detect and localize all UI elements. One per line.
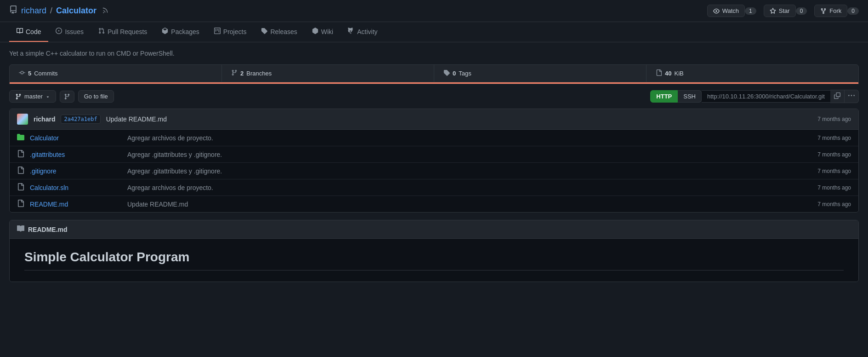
watch-count: 1 bbox=[745, 7, 756, 15]
commits-label: Commits bbox=[34, 70, 57, 77]
commit-message: Update README.md bbox=[106, 115, 812, 123]
file-time: 7 months ago bbox=[817, 168, 851, 174]
file-icon bbox=[17, 183, 24, 192]
commits-count: 5 bbox=[28, 70, 31, 77]
file-row: .gitignore Agregar .gitattributes y .git… bbox=[10, 163, 858, 179]
tags-stat[interactable]: 0 Tags bbox=[434, 65, 647, 82]
activity-icon bbox=[348, 28, 354, 35]
language-fill bbox=[10, 82, 858, 84]
file-time: 7 months ago bbox=[817, 135, 851, 141]
tags-label: Tags bbox=[459, 70, 471, 77]
size-unit: KiB bbox=[674, 70, 683, 77]
tab-wiki-label: Wiki bbox=[321, 28, 333, 35]
file-name[interactable]: Calculator.sln bbox=[30, 184, 122, 191]
top-actions: Watch 1 Star 0 Fork bbox=[707, 5, 859, 17]
commit-hash[interactable]: 2a427a1ebf bbox=[61, 115, 100, 124]
file-name[interactable]: README.md bbox=[30, 201, 122, 208]
wiki-icon bbox=[312, 28, 318, 35]
file-commit-msg: Update README.md bbox=[127, 201, 812, 208]
branch-name: master bbox=[24, 93, 43, 100]
tab-code[interactable]: Code bbox=[9, 22, 48, 42]
star-button[interactable]: Star bbox=[764, 5, 796, 17]
file-icon bbox=[17, 200, 24, 208]
tab-wiki[interactable]: Wiki bbox=[305, 22, 340, 42]
nav-tabs: Code Issues Pull Requests bbox=[0, 22, 868, 42]
tab-packages[interactable]: Packages bbox=[154, 22, 206, 42]
fork-label: Fork bbox=[829, 7, 841, 14]
tab-projects-label: Projects bbox=[223, 28, 247, 35]
file-commit-msg: Agregar .gitattributes y .gitignore. bbox=[127, 167, 812, 175]
readme-book-icon bbox=[17, 225, 24, 234]
tags-count: 0 bbox=[453, 70, 456, 77]
tab-issues-label: Issues bbox=[65, 28, 83, 35]
toolbar-left: master Go to file bbox=[9, 90, 114, 103]
file-row: README.md Update README.md 7 months ago bbox=[10, 196, 858, 212]
file-commit-msg: Agregar .gitattributes y .gitignore. bbox=[127, 151, 812, 158]
repo-description: Yet a simple C++ calculator to run on CM… bbox=[9, 50, 859, 57]
owner-link[interactable]: richard bbox=[21, 6, 46, 16]
readme-content: Simple Calculator Program bbox=[10, 239, 858, 282]
branches-label: Branches bbox=[246, 70, 272, 77]
go-to-file-button[interactable]: Go to file bbox=[78, 90, 114, 103]
readme-header: README.md bbox=[10, 220, 858, 239]
branches-stat[interactable]: 2 Branches bbox=[222, 65, 434, 82]
more-options-button[interactable] bbox=[845, 90, 859, 103]
repo-title: richard / Calculator bbox=[9, 6, 108, 16]
file-icon bbox=[17, 167, 24, 175]
file-time: 7 months ago bbox=[817, 184, 851, 191]
issues-icon bbox=[56, 28, 62, 35]
separator: / bbox=[50, 6, 52, 16]
http-button[interactable]: HTTP bbox=[650, 90, 678, 103]
file-icon bbox=[17, 150, 24, 159]
rss-icon[interactable] bbox=[102, 7, 108, 15]
file-name[interactable]: Calculator bbox=[30, 134, 122, 142]
file-row: Calculator.sln Agregar archivos de proye… bbox=[10, 179, 858, 196]
top-bar: richard / Calculator Watch 1 bbox=[0, 0, 868, 22]
tab-issues[interactable]: Issues bbox=[48, 22, 91, 42]
tab-activity[interactable]: Activity bbox=[340, 22, 385, 42]
ssh-button[interactable]: SSH bbox=[678, 90, 702, 103]
compare-button[interactable] bbox=[60, 91, 74, 103]
pr-icon bbox=[98, 28, 105, 35]
file-name[interactable]: .gitignore bbox=[30, 167, 122, 175]
file-row: .gitattributes Agregar .gitattributes y … bbox=[10, 146, 858, 163]
stats-bar: 5 Commits 2 Branches 0 Tag bbox=[9, 64, 859, 82]
commit-author-name[interactable]: richard bbox=[34, 115, 55, 123]
repo-icon bbox=[9, 6, 17, 16]
commit-time: 7 months ago bbox=[817, 116, 851, 122]
code-icon bbox=[17, 28, 23, 35]
tab-activity-label: Activity bbox=[357, 28, 377, 35]
commits-stat[interactable]: 5 Commits bbox=[10, 65, 222, 82]
watch-label: Watch bbox=[722, 7, 739, 14]
size-icon bbox=[656, 69, 662, 77]
file-time: 7 months ago bbox=[817, 151, 851, 158]
watch-button[interactable]: Watch bbox=[707, 5, 745, 17]
folder-icon bbox=[17, 133, 24, 142]
star-count: 0 bbox=[796, 7, 807, 15]
clone-url-input[interactable] bbox=[702, 90, 830, 103]
readme-filename: README.md bbox=[28, 226, 68, 233]
main-content: Yet a simple C++ calculator to run on CM… bbox=[0, 42, 868, 289]
fork-button[interactable]: Fork bbox=[814, 5, 847, 17]
latest-commit-row: richard 2a427a1ebf Update README.md 7 mo… bbox=[10, 109, 858, 130]
file-row: Calculator Agregar archivos de proyecto.… bbox=[10, 130, 858, 146]
tab-packages-label: Packages bbox=[171, 28, 199, 35]
packages-icon bbox=[162, 28, 168, 35]
tab-releases[interactable]: Releases bbox=[254, 22, 304, 42]
file-rows: Calculator Agregar archivos de proyecto.… bbox=[10, 130, 858, 212]
tab-pull-requests[interactable]: Pull Requests bbox=[91, 22, 154, 42]
file-commit-msg: Agregar archivos de proyecto. bbox=[127, 134, 812, 142]
file-name[interactable]: .gitattributes bbox=[30, 151, 122, 158]
commits-icon bbox=[19, 69, 25, 77]
file-commit-msg: Agregar archivos de proyecto. bbox=[127, 184, 812, 191]
releases-icon bbox=[261, 28, 267, 35]
tags-icon bbox=[443, 69, 450, 77]
tab-pr-label: Pull Requests bbox=[108, 28, 147, 35]
copy-url-button[interactable] bbox=[830, 90, 845, 103]
repo-name-link[interactable]: Calculator bbox=[56, 6, 96, 16]
branch-selector[interactable]: master bbox=[9, 90, 56, 103]
tab-projects[interactable]: Projects bbox=[207, 22, 254, 42]
size-stat: 40 KiB bbox=[647, 65, 858, 82]
readme-section: README.md Simple Calculator Program bbox=[9, 220, 859, 282]
tab-code-label: Code bbox=[26, 28, 41, 35]
